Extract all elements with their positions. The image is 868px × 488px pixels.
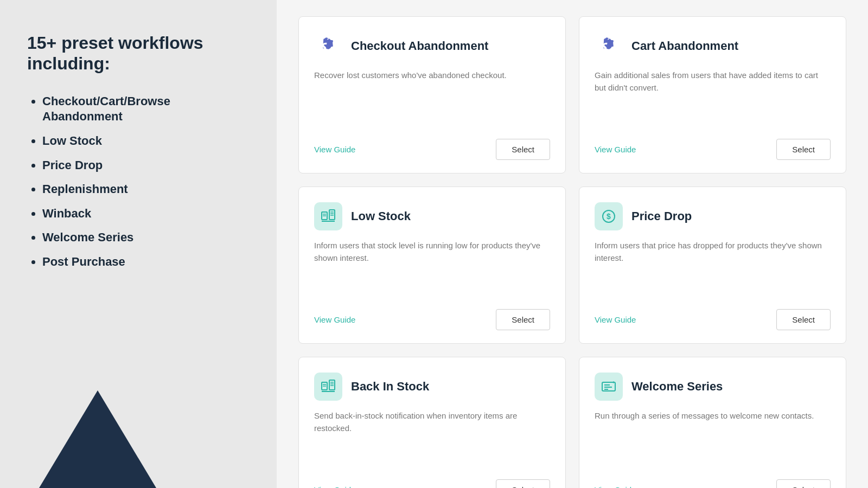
sidebar-list: Checkout/Cart/Browse AbandonmentLow Stoc…: [27, 94, 250, 270]
price-drop-icon: $: [595, 202, 623, 230]
select-button-low-stock[interactable]: Select: [496, 309, 550, 330]
card-description-back-in-stock: Send back-in-stock notification when inv…: [314, 409, 550, 466]
sidebar-list-item-1: Low Stock: [42, 133, 250, 149]
cards-grid: Checkout Abandonment Recover lost custom…: [298, 16, 846, 488]
select-button-back-in-stock[interactable]: Select: [496, 479, 550, 488]
card-header-back-in-stock: Back In Stock: [314, 373, 550, 401]
low-stock-icon: [314, 373, 342, 401]
view-guide-link-price-drop[interactable]: View Guide: [595, 315, 636, 324]
card-title-low-stock: Low Stock: [351, 209, 411, 223]
card-back-in-stock: Back In Stock Send back-in-stock notific…: [298, 357, 566, 488]
sidebar-list-item-3: Replenishment: [42, 182, 250, 197]
sidebar-list-item-5: Welcome Series: [42, 230, 250, 246]
card-footer-welcome-series: View Guide Select: [595, 479, 831, 488]
card-cart-abandonment: Cart Abandonment Gain additional sales f…: [579, 16, 846, 174]
card-footer-price-drop: View Guide Select: [595, 309, 831, 330]
card-title-back-in-stock: Back In Stock: [351, 380, 429, 394]
card-title-cart-abandonment: Cart Abandonment: [631, 39, 738, 53]
card-low-stock: Low Stock Inform users that stock level …: [298, 187, 566, 344]
sidebar-list-item-4: Winback: [42, 206, 250, 222]
select-button-checkout-abandonment[interactable]: Select: [496, 139, 550, 160]
sidebar-list-item-2: Price Drop: [42, 158, 250, 174]
welcome-icon: [595, 373, 623, 401]
shopify-icon: [595, 32, 623, 60]
card-title-price-drop: Price Drop: [631, 209, 692, 223]
select-button-welcome-series[interactable]: Select: [776, 479, 831, 488]
card-header-checkout-abandonment: Checkout Abandonment: [314, 32, 550, 60]
card-description-checkout-abandonment: Recover lost customers who've abandoned …: [314, 69, 550, 126]
svg-rect-13: [329, 380, 335, 390]
main-content: Checkout Abandonment Recover lost custom…: [277, 0, 868, 488]
card-description-price-drop: Inform users that price has dropped for …: [595, 239, 831, 296]
svg-text:$: $: [607, 212, 611, 221]
card-header-price-drop: $ Price Drop: [595, 202, 831, 230]
select-button-price-drop[interactable]: Select: [776, 309, 831, 330]
card-description-low-stock: Inform users that stock level is running…: [314, 239, 550, 296]
select-button-cart-abandonment[interactable]: Select: [776, 139, 831, 160]
view-guide-link-checkout-abandonment[interactable]: View Guide: [314, 145, 355, 154]
card-header-low-stock: Low Stock: [314, 202, 550, 230]
view-guide-link-low-stock[interactable]: View Guide: [314, 315, 355, 324]
card-header-cart-abandonment: Cart Abandonment: [595, 32, 831, 60]
card-checkout-abandonment: Checkout Abandonment Recover lost custom…: [298, 16, 566, 174]
view-guide-link-welcome-series[interactable]: View Guide: [595, 485, 636, 488]
card-footer-checkout-abandonment: View Guide Select: [314, 139, 550, 160]
sidebar: 15+ preset workflows including: Checkout…: [0, 0, 277, 488]
card-description-welcome-series: Run through a series of messages to welc…: [595, 409, 831, 466]
sidebar-list-item-6: Post Purchase: [42, 254, 250, 270]
svg-rect-3: [329, 210, 335, 220]
card-footer-back-in-stock: View Guide Select: [314, 479, 550, 488]
card-footer-low-stock: View Guide Select: [314, 309, 550, 330]
view-guide-link-cart-abandonment[interactable]: View Guide: [595, 145, 636, 154]
card-title-checkout-abandonment: Checkout Abandonment: [351, 39, 488, 53]
card-header-welcome-series: Welcome Series: [595, 373, 831, 401]
sidebar-triangle-decoration: [33, 390, 163, 488]
sidebar-title: 15+ preset workflows including:: [27, 33, 250, 74]
card-price-drop: $ Price Drop Inform users that price has…: [579, 187, 846, 344]
shopify-icon: [314, 32, 342, 60]
sidebar-list-item-0: Checkout/Cart/Browse Abandonment: [42, 94, 250, 125]
low-stock-icon: [314, 202, 342, 230]
card-description-cart-abandonment: Gain additional sales from users that ha…: [595, 69, 831, 126]
card-title-welcome-series: Welcome Series: [631, 380, 723, 394]
view-guide-link-back-in-stock[interactable]: View Guide: [314, 485, 355, 488]
card-footer-cart-abandonment: View Guide Select: [595, 139, 831, 160]
card-welcome-series: Welcome Series Run through a series of m…: [579, 357, 846, 488]
